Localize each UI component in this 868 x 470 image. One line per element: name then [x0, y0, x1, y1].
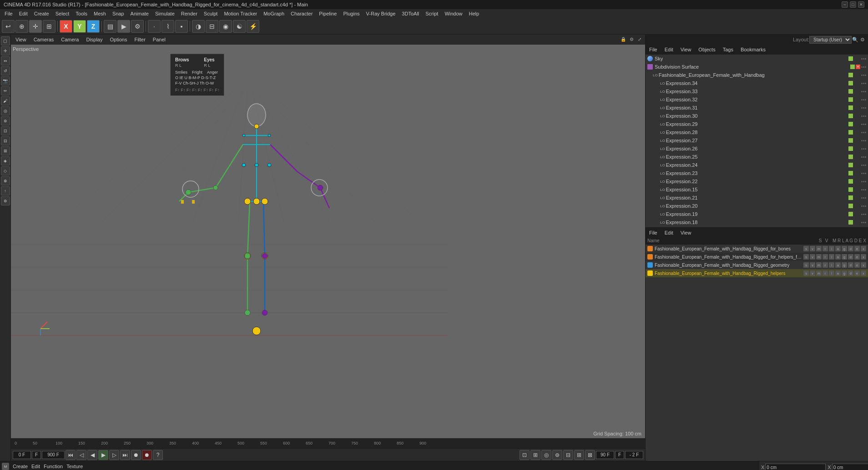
- obj-tags-menu[interactable]: Tags: [721, 46, 735, 53]
- tree-item-exp27[interactable]: LOExpression.27: [646, 136, 868, 145]
- motion-mode-button[interactable]: ◎: [541, 450, 551, 460]
- record-mode-button[interactable]: ⊟: [563, 450, 573, 460]
- sculpt-tool[interactable]: ⊚: [1, 116, 10, 125]
- x-scale-input[interactable]: [832, 464, 868, 470]
- obj-objects-menu[interactable]: Objects: [696, 46, 717, 53]
- vp-camera-menu[interactable]: Camera: [58, 36, 81, 43]
- pen-tool[interactable]: ✏: [1, 86, 10, 95]
- menu-mograph[interactable]: MoGraph: [261, 10, 287, 17]
- tree-item-exp30[interactable]: LOExpression.30: [646, 112, 868, 120]
- tree-item-exp22[interactable]: LOExpression.22: [646, 177, 868, 185]
- new-object-button[interactable]: ⊕: [15, 20, 28, 33]
- menu-animate[interactable]: Animate: [128, 10, 151, 17]
- play-forward-button[interactable]: ▶: [98, 450, 108, 460]
- fps-display[interactable]: [625, 451, 643, 459]
- object-list[interactable]: Fashionable_European_Female_with_Handbag…: [646, 245, 868, 461]
- tree-item-exp33[interactable]: LO Expression.33: [646, 87, 868, 95]
- vp-cameras-menu[interactable]: Cameras: [31, 36, 57, 43]
- menu-plugins[interactable]: Plugins: [340, 10, 362, 17]
- scale-tool-button[interactable]: ⊞: [43, 20, 56, 33]
- menu-motion-tracker[interactable]: Motion Tracker: [221, 10, 260, 17]
- tree-item-exp28[interactable]: LOExpression.28: [646, 128, 868, 136]
- object-tree[interactable]: Sky Subdivision Surface ✕: [646, 55, 868, 227]
- tree-item-sky[interactable]: Sky: [646, 55, 868, 63]
- list-row-helpers-freez[interactable]: Fashionable_European_Female_with_Handbag…: [646, 253, 868, 261]
- camera-tool[interactable]: 📷: [1, 76, 10, 85]
- x-pos-input[interactable]: [765, 464, 826, 470]
- bevel-tool[interactable]: ◈: [1, 156, 10, 165]
- obj-list-file[interactable]: File: [647, 229, 659, 236]
- tree-item-exp23[interactable]: LOExpression.23: [646, 169, 868, 177]
- tree-item-exp29[interactable]: LOExpression.29: [646, 120, 868, 128]
- obj-bookmarks-menu[interactable]: Bookmarks: [739, 46, 767, 53]
- menu-simulate[interactable]: Simulate: [152, 10, 177, 17]
- view-texture-button[interactable]: ◉: [219, 20, 232, 33]
- tree-item-exp26[interactable]: LOExpression.26: [646, 145, 868, 153]
- render-region-button[interactable]: ▤: [104, 20, 116, 33]
- poly-mode-button[interactable]: ▪: [175, 20, 188, 33]
- vp-filter-menu[interactable]: Filter: [131, 36, 148, 43]
- layout-settings-icon[interactable]: ⚙: [859, 36, 866, 43]
- menu-create[interactable]: Create: [31, 10, 52, 17]
- keys-button[interactable]: ⊠: [585, 450, 595, 460]
- select-tool[interactable]: ▢: [1, 36, 10, 45]
- vp-view-menu[interactable]: View: [13, 36, 29, 43]
- extrude-tool[interactable]: ⊞: [1, 146, 10, 155]
- x-axis-button[interactable]: X: [60, 20, 72, 33]
- viewport[interactable]: Perspective: [11, 45, 645, 438]
- vp-maximize-icon[interactable]: ⤢: [636, 36, 643, 43]
- list-row-bones[interactable]: Fashionable_European_Female_with_Handbag…: [646, 245, 868, 253]
- tree-item-female[interactable]: LO Fashionable_European_Female_with_Hand…: [646, 71, 868, 79]
- menu-pipeline[interactable]: Pipeline: [316, 10, 339, 17]
- tree-item-exp34[interactable]: LO Expression.34: [646, 79, 868, 87]
- render-settings-button[interactable]: ⚙: [131, 20, 144, 33]
- vp-lock-icon[interactable]: 🔒: [620, 36, 627, 43]
- prev-key-button[interactable]: ◁: [76, 450, 86, 460]
- move-tool-button[interactable]: ✛: [29, 20, 42, 33]
- tree-item-exp31[interactable]: LOExpression.31: [646, 104, 868, 112]
- magnet-tool[interactable]: ◎: [1, 106, 10, 115]
- view-shading-button[interactable]: ◑: [192, 20, 205, 33]
- frame-end-unit[interactable]: [615, 451, 624, 459]
- undo-button[interactable]: ↩: [2, 20, 15, 33]
- vp-panel-menu[interactable]: Panel: [150, 36, 168, 43]
- scale-tool[interactable]: ⇔: [1, 56, 10, 65]
- obj-file-menu[interactable]: File: [647, 46, 659, 53]
- obj-view-menu[interactable]: View: [679, 46, 693, 53]
- sculpt-button[interactable]: ⚡: [247, 20, 259, 33]
- tree-item-subd[interactable]: Subdivision Surface ✕: [646, 63, 868, 71]
- current-frame-input[interactable]: [42, 451, 65, 459]
- pose-mode-button[interactable]: ⊚: [552, 450, 562, 460]
- tree-item-exp20[interactable]: LOExpression.20: [646, 202, 868, 210]
- render-button[interactable]: ▶: [117, 20, 130, 33]
- rotate-tool[interactable]: ↺: [1, 66, 10, 75]
- menu-select[interactable]: Select: [53, 10, 72, 17]
- maximize-button[interactable]: □: [850, 1, 856, 8]
- menu-3dtoall[interactable]: 3DToAll: [399, 10, 422, 17]
- subd-close-btn[interactable]: ✕: [856, 65, 860, 69]
- menu-mesh[interactable]: Mesh: [91, 10, 109, 17]
- obj-list-view[interactable]: View: [679, 229, 693, 236]
- first-frame-button[interactable]: ⏮: [66, 450, 76, 460]
- tree-item-exp15[interactable]: LOExpression.15: [646, 185, 868, 194]
- point-mode-button[interactable]: ·: [148, 20, 161, 33]
- menu-help[interactable]: Help: [466, 10, 482, 17]
- start-frame-input[interactable]: [13, 451, 31, 459]
- magnet-button[interactable]: ☯: [233, 20, 246, 33]
- end-frame-input[interactable]: [596, 451, 614, 459]
- vp-settings-icon[interactable]: ⚙: [628, 36, 635, 43]
- play-backward-button[interactable]: ◀: [87, 450, 97, 460]
- normal-tool[interactable]: ↑: [1, 186, 10, 195]
- brush-tool[interactable]: 🖌: [1, 96, 10, 105]
- tree-item-exp25[interactable]: LOExpression.25: [646, 153, 868, 161]
- menu-script[interactable]: Script: [423, 10, 441, 17]
- knife-tool[interactable]: ⊡: [1, 126, 10, 135]
- menu-snap[interactable]: Snap: [110, 10, 127, 17]
- move-tool[interactable]: ✛: [1, 46, 10, 55]
- mat-edit-menu[interactable]: Edit: [31, 464, 40, 469]
- minimize-button[interactable]: –: [842, 1, 848, 8]
- grid-mode-button[interactable]: ⊞: [574, 450, 584, 460]
- menu-edit[interactable]: Edit: [16, 10, 30, 17]
- y-axis-button[interactable]: Y: [73, 20, 86, 33]
- list-row-helpers[interactable]: Fashionable_European_Female_with_Handbag…: [646, 269, 868, 277]
